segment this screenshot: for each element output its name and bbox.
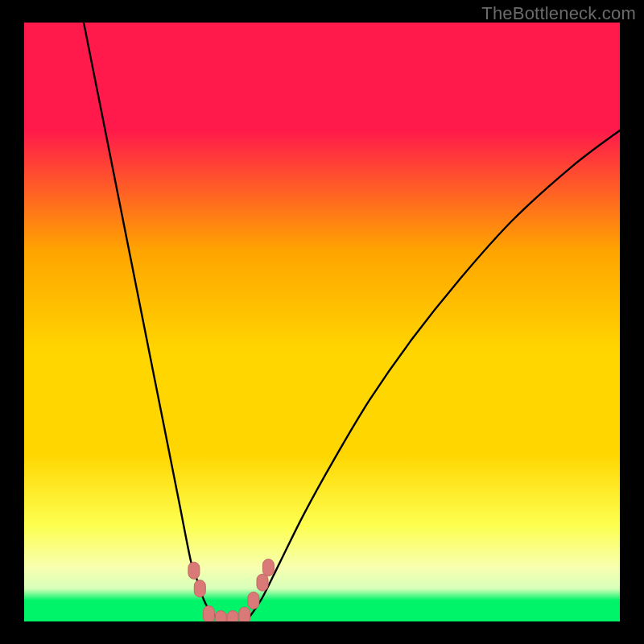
gradient-background (24, 23, 620, 621)
curve-marker (227, 611, 238, 621)
plot-area (24, 23, 620, 621)
curve-marker (248, 592, 259, 609)
curve-marker (203, 606, 214, 621)
curve-marker (188, 562, 200, 579)
curve-marker (262, 559, 274, 576)
curve-marker (239, 607, 250, 621)
curve-marker (257, 574, 268, 591)
bottleneck-chart (24, 23, 620, 621)
curve-marker (215, 611, 226, 621)
chart-frame: TheBottleneck.com (0, 0, 644, 644)
curve-marker (194, 580, 205, 597)
watermark-text: TheBottleneck.com (481, 3, 636, 24)
